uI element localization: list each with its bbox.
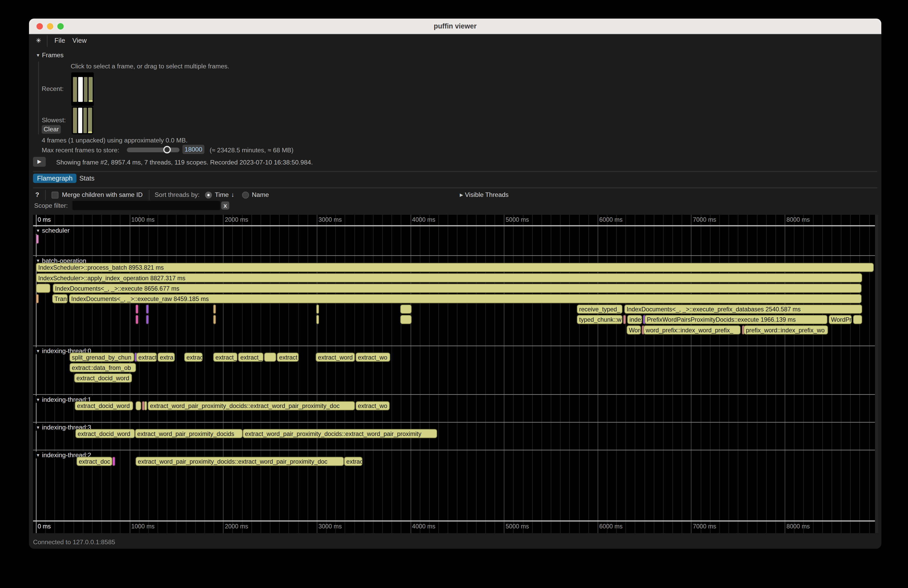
sort-direction-arrow-icon[interactable]: ↓ — [231, 191, 234, 198]
scope-bar-sliver[interactable] — [144, 401, 147, 411]
scope-bar[interactable]: receive_typed_ — [577, 304, 623, 314]
scope-bar[interactable]: prefix_word::index_prefix_wo — [744, 325, 828, 335]
scope-bar-sliver[interactable] — [264, 353, 276, 362]
scope-bar-sliver[interactable] — [135, 401, 141, 411]
collapse-triangle-icon: ▼ — [36, 349, 40, 353]
sort-by-time-label: Time — [215, 191, 229, 198]
scope-bar[interactable]: Word — [626, 325, 641, 335]
scope-bar[interactable]: extract_wo — [356, 401, 390, 411]
gridline — [504, 215, 504, 533]
gridline — [747, 215, 748, 533]
scope-bar-sliver[interactable] — [36, 294, 39, 303]
scope-bar[interactable]: extract_docid_word — [76, 429, 135, 438]
scope-bar-sliver[interactable] — [36, 235, 39, 244]
scope-bar[interactable]: extract_word_pair_proximity_docids::extr… — [135, 457, 344, 466]
scope-bar-sliver[interactable] — [853, 315, 862, 324]
merge-children-checkbox[interactable] — [52, 192, 59, 199]
scope-bar[interactable]: IndexDocuments<_, _>::execute 8656.677 m… — [53, 284, 861, 293]
sort-by-name-radio[interactable] — [242, 192, 249, 199]
scope-bar[interactable]: extract_docid_word — [75, 401, 133, 411]
scope-bar[interactable]: PrefixWordPairsProximityDocids::execute … — [644, 315, 828, 324]
tab-stats[interactable]: Stats — [76, 174, 99, 183]
scope-bar-sliver[interactable] — [213, 304, 216, 314]
menu-separator — [47, 35, 47, 47]
flamegraph-scrollbar[interactable] — [875, 215, 879, 533]
clear-filter-button[interactable]: x — [221, 201, 229, 210]
help-button[interactable]: ? — [35, 191, 39, 198]
scope-bar-sliver[interactable] — [146, 304, 149, 314]
scope-bar[interactable]: typed_chunk::w — [577, 315, 623, 324]
max-frames-slider-knob[interactable] — [163, 146, 171, 153]
frame-thumbnail-bar[interactable] — [88, 131, 92, 133]
max-frames-value[interactable]: 18000 — [182, 145, 204, 154]
scope-bar[interactable]: extract_wo — [356, 353, 390, 362]
scope-bar-sliver[interactable] — [400, 304, 412, 314]
menu-file[interactable]: File — [55, 37, 65, 44]
scope-bar-sliver[interactable] — [316, 304, 319, 314]
scope-bar-sliver[interactable] — [213, 315, 216, 324]
gridline — [523, 215, 523, 533]
gridline — [195, 215, 196, 533]
theme-toggle-icon[interactable]: ✳ — [36, 37, 42, 45]
gridline — [251, 215, 252, 533]
scope-bar[interactable]: extract — [136, 353, 157, 362]
scope-bar[interactable]: extract_word_pair_proximity_docids::extr… — [243, 429, 437, 438]
frame-thumbnail-bar[interactable] — [88, 108, 92, 132]
scope-bar[interactable]: extract_ — [238, 353, 263, 362]
scope-bar[interactable]: extract_word — [316, 353, 355, 362]
scope-bar[interactable]: extract::data_from_ob — [69, 363, 136, 372]
scope-filter-input[interactable] — [72, 201, 220, 210]
frames-section-header[interactable]: ▼ Frames — [36, 51, 64, 59]
clear-frames-button[interactable]: Clear — [42, 125, 61, 134]
frame-thumbnail-bar[interactable] — [73, 77, 77, 102]
scope-bar-sliver[interactable] — [623, 315, 626, 324]
scope-bar[interactable]: word_prefix::index_word_prefix_ — [644, 325, 741, 335]
frame-thumbnail-bar-selected[interactable] — [78, 77, 83, 102]
gridline — [822, 215, 823, 533]
scope-bar-sliver[interactable] — [135, 315, 138, 324]
scope-bar-sliver[interactable] — [316, 315, 319, 324]
scope-bar[interactable]: extra — [158, 353, 175, 362]
frame-thumbnail-bar-selected[interactable] — [78, 108, 82, 133]
scope-bar[interactable]: index — [627, 315, 642, 324]
flamegraph-canvas[interactable]: 0 ms0 ms1000 ms1000 ms2000 ms2000 ms3000… — [33, 215, 879, 533]
scope-bar[interactable]: extract_word_pair_proximity_docids — [135, 429, 243, 438]
frame-thumbnail-bar[interactable] — [89, 77, 93, 100]
thread-group-header[interactable]: ▼ scheduler — [36, 227, 72, 234]
frame-thumbnail-bar[interactable] — [89, 100, 93, 102]
recent-frames-thumbnail[interactable] — [71, 72, 94, 106]
scope-bar-sliver[interactable] — [146, 315, 149, 324]
scope-bar-sliver[interactable] — [400, 315, 412, 324]
menu-view[interactable]: View — [72, 37, 87, 44]
scope-bar[interactable]: IndexScheduler>::apply_index_operation 8… — [36, 273, 862, 283]
gridline — [775, 215, 776, 533]
scope-bar[interactable]: extract_ — [213, 353, 237, 362]
scope-bar[interactable]: extract — [277, 353, 299, 362]
frame-thumbnail-bar[interactable] — [84, 108, 87, 133]
scope-bar[interactable]: split_grenad_by_chun — [69, 353, 134, 362]
frame-thumbnail-bar[interactable] — [73, 108, 77, 133]
scope-bar[interactable]: extract_word_pair_proximity_docids::extr… — [148, 401, 355, 411]
axis-tick-label: 2000 ms — [225, 216, 248, 223]
scope-bar-sliver[interactable] — [113, 457, 115, 466]
scope-bar[interactable]: Trans — [52, 294, 68, 303]
axis-tick-label: 1000 ms — [131, 216, 155, 223]
play-button[interactable]: ▶ — [33, 157, 46, 167]
scope-bar-sliver[interactable] — [36, 284, 50, 293]
scope-bar[interactable]: extract_doc — [76, 457, 113, 466]
scope-bar[interactable]: IndexScheduler>::process_batch 8953.821 … — [36, 263, 874, 272]
sort-by-time-radio[interactable] — [205, 192, 212, 199]
gridline — [607, 215, 607, 533]
scope-bar[interactable]: extract_docid_word — [74, 373, 132, 382]
frame-thumbnail-bar[interactable] — [84, 77, 87, 102]
scope-bar[interactable]: WordPr — [829, 315, 852, 324]
scope-bar[interactable]: IndexDocuments<_, _>::execute_raw 8459.1… — [69, 294, 861, 303]
tab-flamegraph[interactable]: Flamegraph — [33, 174, 76, 183]
slowest-frames-thumbnail[interactable] — [72, 106, 93, 134]
max-frames-slider[interactable] — [127, 148, 179, 152]
scope-bar[interactable]: extrac — [344, 457, 362, 466]
scope-bar-sliver[interactable] — [135, 304, 138, 314]
visible-threads-header[interactable]: ▶ Visible Threads — [460, 191, 509, 198]
scope-bar[interactable]: extrac — [184, 353, 203, 362]
scope-bar[interactable]: IndexDocuments<_, _>::execute_prefix_dat… — [624, 304, 862, 314]
